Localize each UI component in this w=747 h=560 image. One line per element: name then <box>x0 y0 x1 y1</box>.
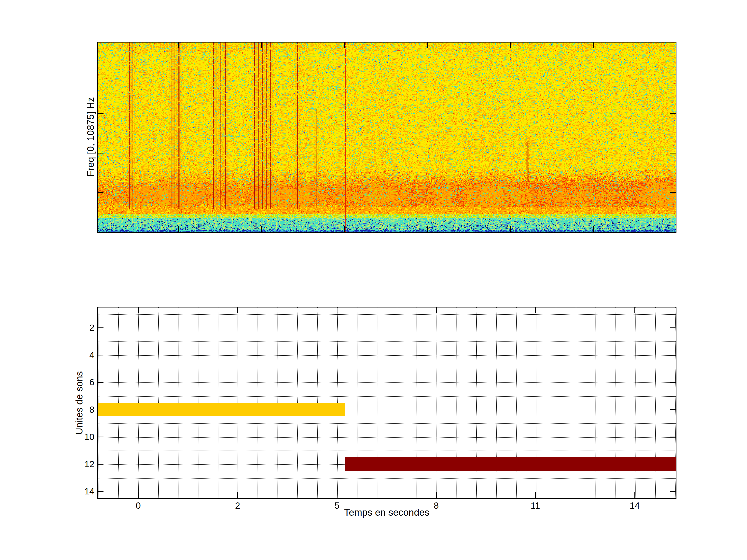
x-tick-label: 14 <box>630 500 640 511</box>
grid-line-horizontal <box>98 382 676 383</box>
x-axis-tick <box>635 308 635 313</box>
y-axis-tick <box>670 382 676 383</box>
time-xlabel: Temps en secondes <box>344 507 429 518</box>
spectrogram-plot <box>97 42 676 233</box>
y-axis-tick <box>98 464 103 464</box>
x-axis-tick <box>436 492 437 498</box>
x-axis-tick <box>138 492 139 498</box>
figure-root: { "figure": { "background": "#FFFFFF", "… <box>0 0 747 560</box>
y-tick-label: 4 <box>89 350 95 360</box>
y-axis-tick <box>98 382 103 383</box>
grid-line-horizontal <box>98 355 676 356</box>
grid-line-horizontal <box>98 314 676 315</box>
grid-line-horizontal <box>98 396 676 397</box>
x-axis-tick <box>237 492 238 498</box>
y-axis-tick <box>98 355 103 355</box>
x-axis-tick <box>237 308 238 313</box>
x-axis-tick <box>535 492 536 498</box>
grid-line-horizontal <box>98 369 676 369</box>
grid-line-horizontal <box>98 328 676 328</box>
y-tick-label: 6 <box>89 377 95 387</box>
y-axis-tick <box>98 327 103 328</box>
y-axis-tick <box>670 409 676 410</box>
spectrogram-canvas <box>98 43 676 232</box>
x-tick-label: 5 <box>334 500 339 511</box>
y-tick-label: 12 <box>84 459 95 469</box>
grid-line-horizontal <box>98 423 676 424</box>
y-axis-tick <box>670 327 676 328</box>
y-tick-label: 8 <box>89 404 95 415</box>
grid-line-horizontal <box>98 451 676 451</box>
spectrogram-ylabel: Freq [0, 10875] Hz <box>85 97 96 177</box>
y-tick-label: 10 <box>84 432 95 442</box>
x-tick-label: 8 <box>434 500 439 511</box>
y-axis-tick <box>670 491 676 492</box>
grid-line-horizontal <box>98 478 676 479</box>
timeline-bar <box>98 403 345 416</box>
y-axis-tick <box>98 491 103 492</box>
grid-line-horizontal <box>98 342 676 342</box>
units-plot <box>97 307 676 499</box>
timeline-bar <box>345 457 676 471</box>
x-tick-label: 2 <box>235 500 240 511</box>
x-axis-tick <box>337 308 337 313</box>
y-axis-tick <box>670 436 676 437</box>
grid-line-horizontal <box>98 437 676 437</box>
y-axis-tick <box>98 436 103 437</box>
y-tick-label: 14 <box>84 486 95 497</box>
x-axis-tick <box>535 308 536 313</box>
x-axis-tick <box>436 308 437 313</box>
grid-line-horizontal <box>98 492 676 492</box>
x-tick-label: 0 <box>136 500 140 511</box>
units-ylabel: Unites de sons <box>74 371 85 435</box>
y-axis-tick <box>670 355 676 355</box>
x-axis-tick <box>635 492 635 498</box>
y-tick-label: 2 <box>89 322 95 333</box>
x-axis-tick <box>337 492 337 498</box>
x-tick-label: 11 <box>531 500 540 511</box>
x-axis-tick <box>138 308 139 313</box>
